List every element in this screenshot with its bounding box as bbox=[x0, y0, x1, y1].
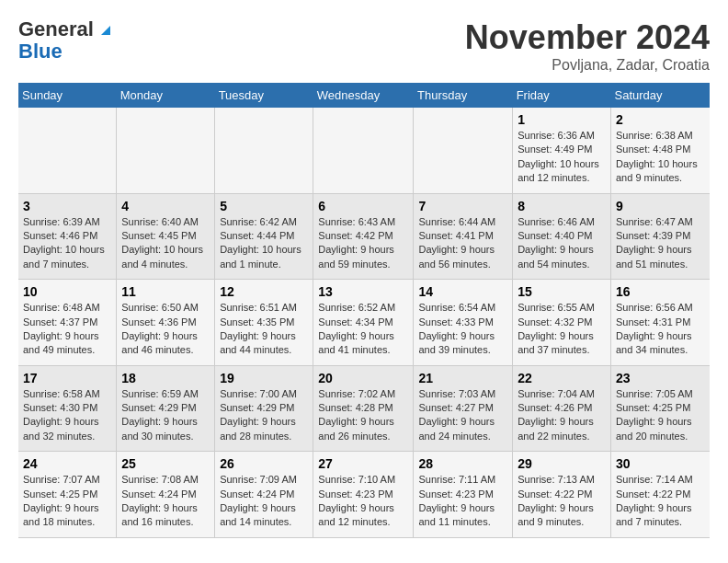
day-number: 8 bbox=[518, 199, 606, 213]
day-number: 5 bbox=[220, 199, 308, 213]
calendar-cell bbox=[18, 108, 117, 193]
day-info: Sunrise: 7:13 AMSunset: 4:22 PMDaylight:… bbox=[518, 473, 606, 530]
header-day-thursday: Thursday bbox=[414, 83, 513, 108]
day-number: 11 bbox=[121, 284, 210, 299]
calendar-cell: 9Sunrise: 6:47 AMSunset: 4:39 PMDaylight… bbox=[610, 193, 710, 280]
header-day-saturday: Saturday bbox=[610, 83, 710, 108]
day-info: Sunrise: 7:08 AMSunset: 4:24 PMDaylight:… bbox=[121, 473, 210, 530]
day-number: 15 bbox=[518, 284, 606, 299]
day-number: 24 bbox=[23, 456, 111, 471]
day-info: Sunrise: 7:03 AMSunset: 4:27 PMDaylight:… bbox=[418, 387, 507, 444]
day-info: Sunrise: 6:52 AMSunset: 4:34 PMDaylight:… bbox=[318, 301, 408, 358]
calendar-table: SundayMondayTuesdayWednesdayThursdayFrid… bbox=[18, 83, 710, 538]
day-info: Sunrise: 6:55 AMSunset: 4:32 PMDaylight:… bbox=[518, 301, 606, 358]
day-number: 20 bbox=[318, 371, 408, 385]
day-info: Sunrise: 7:04 AMSunset: 4:26 PMDaylight:… bbox=[518, 387, 606, 444]
day-number: 3 bbox=[23, 199, 111, 213]
calendar-cell: 8Sunrise: 6:46 AMSunset: 4:40 PMDaylight… bbox=[513, 193, 611, 280]
calendar-cell: 11Sunrise: 6:50 AMSunset: 4:36 PMDayligh… bbox=[117, 280, 215, 366]
day-number: 7 bbox=[418, 199, 507, 213]
calendar-cell bbox=[215, 108, 313, 193]
day-number: 22 bbox=[518, 371, 606, 385]
day-info: Sunrise: 6:44 AMSunset: 4:41 PMDaylight:… bbox=[418, 215, 507, 272]
day-info: Sunrise: 6:58 AMSunset: 4:30 PMDaylight:… bbox=[23, 387, 111, 444]
day-info: Sunrise: 7:02 AMSunset: 4:28 PMDaylight:… bbox=[318, 387, 408, 444]
logo-line1: General bbox=[18, 17, 94, 40]
day-number: 14 bbox=[418, 284, 507, 299]
calendar-cell: 25Sunrise: 7:08 AMSunset: 4:24 PMDayligh… bbox=[117, 452, 215, 538]
day-info: Sunrise: 6:39 AMSunset: 4:46 PMDaylight:… bbox=[23, 215, 111, 272]
day-info: Sunrise: 7:10 AMSunset: 4:23 PMDaylight:… bbox=[318, 473, 408, 530]
header-day-tuesday: Tuesday bbox=[215, 83, 313, 108]
day-info: Sunrise: 6:56 AMSunset: 4:31 PMDaylight:… bbox=[616, 301, 705, 358]
calendar-cell: 7Sunrise: 6:44 AMSunset: 4:41 PMDaylight… bbox=[414, 193, 513, 280]
calendar-cell: 1Sunrise: 6:36 AMSunset: 4:49 PMDaylight… bbox=[513, 108, 611, 193]
calendar-cell: 20Sunrise: 7:02 AMSunset: 4:28 PMDayligh… bbox=[313, 365, 414, 452]
calendar-cell: 24Sunrise: 7:07 AMSunset: 4:25 PMDayligh… bbox=[18, 452, 117, 538]
day-number: 17 bbox=[23, 371, 111, 385]
calendar-cell: 26Sunrise: 7:09 AMSunset: 4:24 PMDayligh… bbox=[215, 452, 313, 538]
calendar-cell: 10Sunrise: 6:48 AMSunset: 4:37 PMDayligh… bbox=[18, 280, 117, 366]
calendar-cell: 19Sunrise: 7:00 AMSunset: 4:29 PMDayligh… bbox=[215, 365, 313, 452]
calendar-cell: 2Sunrise: 6:38 AMSunset: 4:48 PMDaylight… bbox=[610, 108, 710, 193]
logo-arrow-icon bbox=[101, 26, 110, 35]
day-info: Sunrise: 7:05 AMSunset: 4:25 PMDaylight:… bbox=[616, 387, 705, 444]
day-number: 19 bbox=[220, 371, 308, 385]
calendar-cell: 23Sunrise: 7:05 AMSunset: 4:25 PMDayligh… bbox=[610, 365, 710, 452]
day-number: 2 bbox=[616, 112, 705, 127]
header-day-monday: Monday bbox=[117, 83, 215, 108]
calendar-cell: 17Sunrise: 6:58 AMSunset: 4:30 PMDayligh… bbox=[18, 365, 117, 452]
day-info: Sunrise: 7:00 AMSunset: 4:29 PMDaylight:… bbox=[220, 387, 308, 444]
day-info: Sunrise: 6:59 AMSunset: 4:29 PMDaylight:… bbox=[121, 387, 210, 444]
calendar-cell: 22Sunrise: 7:04 AMSunset: 4:26 PMDayligh… bbox=[513, 365, 611, 452]
day-number: 12 bbox=[220, 284, 308, 299]
day-info: Sunrise: 6:43 AMSunset: 4:42 PMDaylight:… bbox=[318, 215, 408, 272]
day-info: Sunrise: 6:51 AMSunset: 4:35 PMDaylight:… bbox=[220, 301, 308, 358]
day-info: Sunrise: 6:50 AMSunset: 4:36 PMDaylight:… bbox=[121, 301, 210, 358]
title-section: November 2024 Povljana, Zadar, Croatia bbox=[465, 18, 710, 74]
day-number: 30 bbox=[616, 456, 705, 471]
calendar-cell: 15Sunrise: 6:55 AMSunset: 4:32 PMDayligh… bbox=[513, 280, 611, 366]
calendar-header: SundayMondayTuesdayWednesdayThursdayFrid… bbox=[18, 83, 710, 108]
calendar-cell: 14Sunrise: 6:54 AMSunset: 4:33 PMDayligh… bbox=[414, 280, 513, 366]
day-number: 9 bbox=[616, 199, 705, 213]
day-number: 27 bbox=[318, 456, 408, 471]
day-number: 1 bbox=[518, 112, 606, 127]
day-number: 18 bbox=[121, 371, 210, 385]
calendar-cell: 4Sunrise: 6:40 AMSunset: 4:45 PMDaylight… bbox=[117, 193, 215, 280]
week-row-4: 17Sunrise: 6:58 AMSunset: 4:30 PMDayligh… bbox=[18, 365, 710, 452]
calendar-cell: 21Sunrise: 7:03 AMSunset: 4:27 PMDayligh… bbox=[414, 365, 513, 452]
day-info: Sunrise: 7:07 AMSunset: 4:25 PMDaylight:… bbox=[23, 473, 111, 530]
day-number: 6 bbox=[318, 199, 408, 213]
logo-line2: Blue bbox=[18, 40, 110, 63]
logo: General Blue bbox=[18, 18, 110, 63]
day-info: Sunrise: 6:54 AMSunset: 4:33 PMDaylight:… bbox=[418, 301, 507, 358]
day-info: Sunrise: 6:48 AMSunset: 4:37 PMDaylight:… bbox=[23, 301, 111, 358]
header-day-wednesday: Wednesday bbox=[313, 83, 414, 108]
day-info: Sunrise: 7:14 AMSunset: 4:22 PMDaylight:… bbox=[616, 473, 705, 530]
calendar-body: 1Sunrise: 6:36 AMSunset: 4:49 PMDaylight… bbox=[18, 108, 710, 537]
calendar-cell: 30Sunrise: 7:14 AMSunset: 4:22 PMDayligh… bbox=[610, 452, 710, 538]
page-header: General Blue November 2024 Povljana, Zad… bbox=[18, 18, 710, 74]
calendar-cell: 29Sunrise: 7:13 AMSunset: 4:22 PMDayligh… bbox=[513, 452, 611, 538]
header-day-friday: Friday bbox=[513, 83, 611, 108]
calendar-cell: 5Sunrise: 6:42 AMSunset: 4:44 PMDaylight… bbox=[215, 193, 313, 280]
day-number: 26 bbox=[220, 456, 308, 471]
calendar-cell: 18Sunrise: 6:59 AMSunset: 4:29 PMDayligh… bbox=[117, 365, 215, 452]
day-info: Sunrise: 6:46 AMSunset: 4:40 PMDaylight:… bbox=[518, 215, 606, 272]
day-number: 16 bbox=[616, 284, 705, 299]
day-info: Sunrise: 6:38 AMSunset: 4:48 PMDaylight:… bbox=[616, 129, 705, 186]
day-number: 23 bbox=[616, 371, 705, 385]
calendar-cell bbox=[117, 108, 215, 193]
day-info: Sunrise: 6:40 AMSunset: 4:45 PMDaylight:… bbox=[121, 215, 210, 272]
location-subtitle: Povljana, Zadar, Croatia bbox=[465, 57, 710, 74]
calendar-cell: 12Sunrise: 6:51 AMSunset: 4:35 PMDayligh… bbox=[215, 280, 313, 366]
month-title: November 2024 bbox=[465, 18, 710, 57]
day-info: Sunrise: 6:47 AMSunset: 4:39 PMDaylight:… bbox=[616, 215, 705, 272]
day-info: Sunrise: 6:42 AMSunset: 4:44 PMDaylight:… bbox=[220, 215, 308, 272]
calendar-cell: 28Sunrise: 7:11 AMSunset: 4:23 PMDayligh… bbox=[414, 452, 513, 538]
header-row: SundayMondayTuesdayWednesdayThursdayFrid… bbox=[18, 83, 710, 108]
week-row-3: 10Sunrise: 6:48 AMSunset: 4:37 PMDayligh… bbox=[18, 280, 710, 366]
calendar-cell: 16Sunrise: 6:56 AMSunset: 4:31 PMDayligh… bbox=[610, 280, 710, 366]
day-info: Sunrise: 7:09 AMSunset: 4:24 PMDaylight:… bbox=[220, 473, 308, 530]
